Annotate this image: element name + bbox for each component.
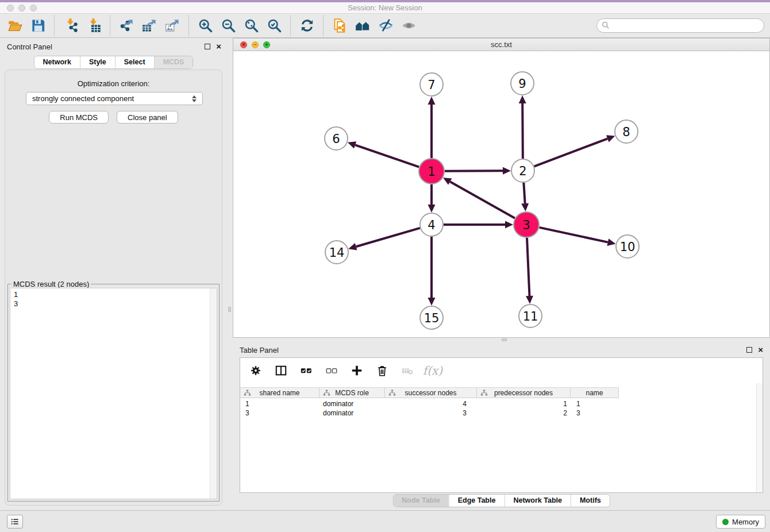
- search-input[interactable]: [596, 18, 764, 33]
- eye-icon: [399, 17, 418, 35]
- tab-mcds[interactable]: MCDS: [154, 56, 193, 68]
- open-file-icon[interactable]: [6, 17, 24, 35]
- graph-arrowhead-2-8: [606, 135, 615, 142]
- zoom-out-icon[interactable]: [219, 17, 237, 35]
- graph-node-label-8: 8: [622, 125, 630, 139]
- graph-arrowhead-3-10: [607, 238, 615, 246]
- delete-column-icon[interactable]: [375, 363, 390, 378]
- split-pane-icon[interactable]: [274, 363, 288, 378]
- graph-edge-3-10[interactable]: [539, 228, 607, 242]
- cell-predecessor-nodes-row1[interactable]: 1: [477, 399, 571, 408]
- tab-select[interactable]: Select: [115, 56, 154, 68]
- mcds-result-legend: MCDS result (2 nodes): [11, 280, 91, 288]
- column-header-successor-nodes[interactable]: successor nodes: [385, 388, 477, 398]
- tab-style[interactable]: Style: [80, 56, 115, 68]
- table-row-2[interactable]: 3dominator323: [240, 408, 619, 418]
- table-scrollbar[interactable]: [756, 383, 763, 492]
- horizontal-splitter-handle[interactable]: [502, 338, 507, 341]
- list-icon: [10, 516, 20, 527]
- search-icon: [601, 21, 610, 30]
- column-header-name[interactable]: name: [571, 388, 619, 398]
- refresh-layout-icon[interactable]: [298, 17, 316, 35]
- table-header-row: shared nameMCDS rolesuccessor nodesprede…: [240, 387, 619, 398]
- toolbar-group: [61, 17, 103, 35]
- add-column-icon[interactable]: [349, 363, 364, 378]
- home-view-icon[interactable]: [353, 17, 372, 35]
- network-view-window: scc.txt 7968124314101511: [233, 38, 770, 338]
- graph-arrowhead-1-7: [428, 97, 436, 105]
- mcds-result-line: 1: [14, 290, 213, 299]
- import-network-icon[interactable]: [61, 17, 80, 35]
- cell-predecessor-nodes-row2[interactable]: 2: [477, 408, 571, 418]
- close-panel-icon[interactable]: ×: [216, 44, 221, 49]
- graph-edge-3-1[interactable]: [450, 182, 515, 218]
- import-table-icon[interactable]: [84, 17, 103, 35]
- zoom-selected-icon[interactable]: [265, 17, 283, 35]
- toolbar-group: [117, 17, 182, 35]
- vertical-splitter-handle[interactable]: [228, 307, 231, 312]
- mcds-result-area[interactable]: 13: [10, 288, 217, 499]
- cell-successor-nodes-row2[interactable]: 3: [385, 408, 477, 418]
- table-panel: Table Panel × f(x) shared nameMCDS roles…: [233, 342, 770, 510]
- graph-node-label-10: 10: [620, 240, 636, 254]
- deselect-all-icon[interactable]: [324, 363, 339, 378]
- graph-edge-3-11[interactable]: [527, 238, 529, 296]
- table-tab-motifs[interactable]: Motifs: [571, 495, 610, 507]
- mcds-result-box: MCDS result (2 nodes) 13: [7, 284, 220, 502]
- column-header-label: predecessor nodes: [494, 389, 553, 397]
- toolbar-group: [6, 17, 47, 35]
- graph-edge-2-9[interactable]: [522, 103, 523, 159]
- tree-hierarchy-icon: [244, 390, 251, 396]
- tab-network[interactable]: Network: [34, 56, 80, 68]
- export-network-icon[interactable]: [117, 17, 136, 35]
- graph-arrowhead-1-4: [428, 205, 436, 213]
- graph-edge-4-14[interactable]: [356, 228, 420, 246]
- graph-edge-2-3[interactable]: [523, 183, 525, 203]
- graph-node-label-11: 11: [523, 310, 538, 323]
- column-header-predecessor-nodes[interactable]: predecessor nodes: [477, 388, 571, 398]
- graph-arrowhead-2-9: [519, 95, 526, 103]
- cell-MCDS-role-row1[interactable]: dominator: [319, 399, 385, 408]
- select-all-icon[interactable]: [299, 363, 314, 378]
- run-mcds-button[interactable]: Run MCDS: [49, 111, 109, 124]
- cell-shared-name-row1[interactable]: 1: [240, 399, 319, 408]
- zoom-fit-icon[interactable]: [242, 17, 260, 35]
- column-header-shared-name[interactable]: shared name: [240, 388, 319, 398]
- task-history-button[interactable]: [7, 515, 23, 529]
- export-table-icon[interactable]: [140, 17, 159, 35]
- cell-name-row1[interactable]: 1: [571, 399, 619, 408]
- result-scrollbar[interactable]: [210, 288, 217, 499]
- cell-shared-name-row2[interactable]: 3: [240, 408, 319, 418]
- table-tab-node-table[interactable]: Node Table: [393, 495, 448, 507]
- table-tab-network-table[interactable]: Network Table: [504, 495, 571, 507]
- float-table-panel-icon[interactable]: [746, 347, 752, 353]
- float-panel-icon[interactable]: [205, 44, 210, 49]
- cell-successor-nodes-row1[interactable]: 4: [385, 399, 477, 408]
- column-header-MCDS-role[interactable]: MCDS role: [319, 388, 385, 398]
- gear-icon[interactable]: [248, 363, 263, 378]
- network-window-titlebar[interactable]: scc.txt: [233, 38, 769, 51]
- node-table-container: f(x) shared nameMCDS rolesuccessor nodes…: [240, 357, 763, 493]
- toolbar-group: [196, 17, 283, 35]
- show-hide-panel-icon[interactable]: [376, 17, 395, 35]
- cell-name-row2[interactable]: 3: [571, 408, 619, 418]
- close-table-panel-icon[interactable]: ×: [758, 347, 763, 353]
- graph-edge-2-8[interactable]: [534, 138, 608, 166]
- cell-MCDS-role-row2[interactable]: dominator: [319, 408, 385, 418]
- zoom-in-icon[interactable]: [196, 17, 214, 35]
- criterion-dropdown-value: strongly connected component: [26, 94, 188, 103]
- duplicate-network-icon[interactable]: [330, 17, 349, 35]
- memory-button[interactable]: Memory: [716, 515, 765, 529]
- criterion-dropdown[interactable]: strongly connected component: [26, 92, 203, 105]
- save-session-icon[interactable]: [29, 17, 47, 35]
- export-image-icon[interactable]: [163, 17, 182, 35]
- network-canvas[interactable]: 7968124314101511: [233, 51, 769, 337]
- table-tab-edge-table[interactable]: Edge Table: [449, 495, 505, 507]
- graph-edge-1-2[interactable]: [445, 171, 503, 171]
- table-row-1[interactable]: 1dominator411: [240, 399, 619, 408]
- tree-hierarchy-icon: [388, 390, 396, 396]
- graph-node-label-3: 3: [522, 218, 530, 232]
- close-panel-button[interactable]: Close panel: [117, 111, 178, 124]
- graph-node-label-7: 7: [428, 78, 435, 92]
- graph-edge-1-6[interactable]: [355, 145, 419, 167]
